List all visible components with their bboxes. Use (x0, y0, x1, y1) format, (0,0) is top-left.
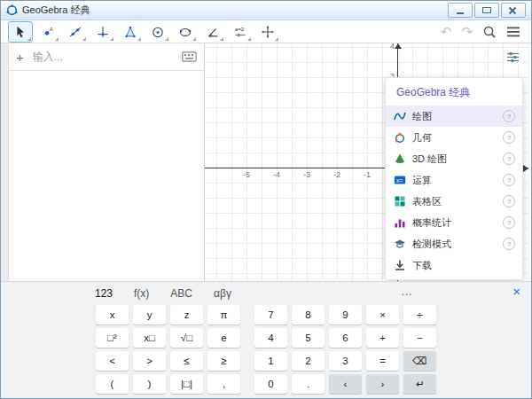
close-button[interactable] (501, 3, 526, 18)
key-7[interactable]: 7 (254, 305, 287, 325)
key-<[interactable]: < (96, 351, 129, 371)
tool-line[interactable] (63, 21, 88, 43)
key-↵[interactable]: ↵ (403, 374, 436, 394)
y-tick-label: 4 (379, 43, 395, 51)
graphics-view[interactable]: -5-4-3-2-14321-1-2-30 GeoGebra 经典 绘图 ? 几… (205, 43, 528, 281)
tool-perpendicular-line[interactable] (90, 21, 115, 43)
key-9[interactable]: 9 (329, 305, 362, 325)
keyboard-tab-fx[interactable]: f(x) (134, 287, 149, 300)
help-icon[interactable]: ? (503, 195, 515, 207)
x-tick-label: -2 (329, 170, 345, 179)
app-icon (6, 4, 18, 16)
virtual-keyboard-toggle-icon[interactable] (182, 51, 197, 62)
key-0[interactable]: 0 (254, 374, 287, 394)
menu-item-cas[interactable]: x= 运算 ? (386, 169, 522, 191)
tool-circle-with-center[interactable] (145, 21, 170, 43)
angle-icon (206, 25, 220, 39)
slider-icon: a=2 (233, 25, 247, 39)
redo-icon[interactable]: ↷ (461, 25, 473, 38)
key-8[interactable]: 8 (292, 305, 325, 325)
move-cursor-icon (13, 25, 27, 39)
key-x[interactable]: x (96, 305, 129, 325)
menu-item-spreadsheet[interactable]: 表格区 ? (386, 191, 522, 212)
key-‹[interactable]: ‹ (329, 374, 362, 394)
tool-conic[interactable] (173, 21, 198, 43)
help-icon[interactable]: ? (503, 174, 515, 186)
key-.[interactable]: . (292, 374, 325, 394)
keyboard-more-icon[interactable]: … (401, 285, 414, 298)
key-x□[interactable]: x□ (133, 328, 166, 348)
minimize-button[interactable] (448, 3, 473, 18)
menu-item-download[interactable]: 下载 (386, 254, 522, 276)
key-,[interactable]: , (207, 374, 240, 394)
key-z[interactable]: z (170, 305, 203, 325)
key-›[interactable]: › (366, 374, 399, 394)
key-([interactable]: ( (96, 374, 129, 394)
algebra-input-row: + (9, 43, 204, 71)
keyboard-close-icon[interactable]: × (512, 285, 520, 298)
key-e[interactable]: e (207, 328, 240, 348)
x-tick-label: -4 (269, 170, 285, 179)
key->[interactable]: > (133, 351, 166, 371)
help-icon[interactable]: ? (503, 153, 515, 165)
key-≥[interactable]: ≥ (207, 351, 240, 371)
hamburger-menu-icon[interactable] (506, 26, 520, 38)
circle-icon (151, 25, 165, 39)
key-π[interactable]: π (207, 305, 240, 325)
toolbar: A a=2 ↶ ↷ (1, 20, 531, 43)
menu-item-exam-mode[interactable]: 检测模式 ? (386, 233, 522, 254)
key-√□[interactable]: √□ (170, 328, 203, 348)
help-icon[interactable]: ? (503, 110, 515, 122)
help-icon[interactable]: ? (503, 131, 515, 144)
probability-icon (393, 216, 406, 230)
key-)[interactable]: ) (133, 374, 166, 394)
menu-item-geometry[interactable]: 几何 ? (386, 127, 522, 148)
key-1[interactable]: 1 (254, 351, 287, 371)
tool-angle[interactable] (200, 21, 225, 43)
tool-point[interactable]: A (35, 21, 60, 43)
menu-item-probability[interactable]: 概率统计 ? (386, 212, 522, 233)
keyboard-tab-greek[interactable]: αβγ (214, 287, 231, 300)
key-□²[interactable]: □² (96, 328, 129, 348)
key-+[interactable]: + (366, 328, 399, 348)
keyboard-tab-123[interactable]: 123 (95, 287, 113, 300)
svg-text:A: A (50, 27, 53, 32)
zoom-icon[interactable] (482, 25, 497, 39)
algebra-input[interactable] (31, 50, 175, 64)
key-=[interactable]: = (366, 351, 399, 371)
x-tick-label: -5 (239, 170, 254, 179)
keyboard-rows: xyzπ789×÷□²x□√□e456+−<>≤≥123=⌫()|□|,0.‹›… (1, 305, 531, 394)
key-×[interactable]: × (366, 305, 399, 325)
tool-slider[interactable]: a=2 (228, 21, 253, 43)
x-tick-label: -1 (359, 170, 375, 179)
key-6[interactable]: 6 (329, 328, 362, 348)
maximize-button[interactable] (474, 3, 499, 18)
key-÷[interactable]: ÷ (403, 305, 436, 325)
key-y[interactable]: y (133, 305, 166, 325)
algebra-panel: + (9, 43, 205, 281)
left-gutter (1, 43, 9, 281)
tool-polygon[interactable] (118, 21, 143, 43)
key-4[interactable]: 4 (254, 328, 287, 348)
geogebra-window: GeoGebra 经典 A (0, 0, 532, 399)
undo-icon[interactable]: ↶ (441, 25, 452, 38)
geometry-icon (393, 131, 406, 145)
tool-move[interactable] (8, 21, 33, 43)
menu-item-label: 绘图 (412, 110, 432, 123)
tool-move-graphics-view[interactable] (255, 21, 280, 43)
help-icon[interactable]: ? (503, 216, 515, 229)
keyboard-tab-abc[interactable]: ABC (170, 287, 192, 300)
key-⌫[interactable]: ⌫ (403, 351, 436, 371)
key-−[interactable]: − (403, 328, 436, 348)
graphics-style-bar-toggle[interactable] (504, 49, 521, 65)
menu-item-graphing[interactable]: 绘图 ? (386, 106, 522, 127)
keyboard-tabs: 123 f(x) ABC αβγ … × (1, 282, 531, 304)
help-icon[interactable]: ? (503, 238, 515, 250)
key-5[interactable]: 5 (292, 328, 325, 348)
key-|□|[interactable]: |□| (170, 374, 203, 394)
add-expression-button[interactable]: + (16, 51, 24, 64)
menu-item-3d-graphing[interactable]: 3D 绘图 ? (386, 148, 522, 169)
key-3[interactable]: 3 (329, 351, 362, 371)
key-≤[interactable]: ≤ (170, 351, 203, 371)
key-2[interactable]: 2 (292, 351, 325, 371)
